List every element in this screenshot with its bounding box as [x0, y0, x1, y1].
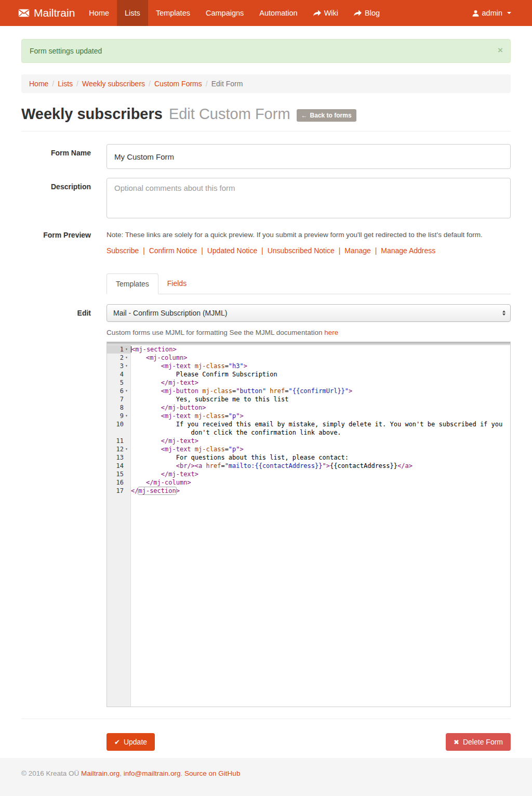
code-token — [131, 362, 161, 370]
breadcrumb-separator: / — [48, 80, 58, 88]
line-number-value: 5 — [120, 379, 124, 387]
code-line-content[interactable]: </mj-section> — [131, 487, 510, 495]
footer-plain-text: , — [119, 769, 124, 777]
code-token: "mailto:{{contactAddress}}" — [225, 462, 326, 469]
line-number-value: 8 — [120, 403, 124, 412]
template-select[interactable]: Mail - Confirm Subscription (MJML) — [107, 304, 511, 322]
code-token: </mj-column> — [146, 479, 191, 486]
preview-link-confirm-notice[interactable]: Confirm Notice — [149, 246, 197, 255]
line-number: 5 — [107, 379, 131, 387]
code-token: </ — [131, 487, 138, 494]
code-line-content[interactable]: </mj-text> — [131, 437, 510, 445]
nav-item-automation[interactable]: Automation — [251, 0, 305, 26]
page-footer: © 2016 Kreata OÜ Mailtrain.org, info@mai… — [0, 758, 532, 796]
line-number-value: 7 — [120, 395, 124, 403]
nav-item-label: Lists — [125, 9, 140, 17]
line-number-value: 17 — [116, 487, 124, 495]
form-preview-label: Form Preview — [21, 229, 91, 255]
preview-link-subscribe[interactable]: Subscribe — [107, 246, 139, 255]
line-number: 7 — [107, 395, 131, 403]
nav-item-label: Automation — [259, 9, 297, 17]
code-token: For questions about this list, please co… — [131, 454, 349, 461]
preview-link-unsubscribed-notice[interactable]: Unsubscribed Notice — [268, 246, 335, 255]
form-name-input[interactable] — [107, 144, 511, 169]
code-token: <br/> — [176, 462, 195, 469]
matched-tag-highlight: mj-section — [138, 487, 176, 494]
line-number: 16 — [107, 478, 131, 487]
breadcrumb-link-lists[interactable]: Lists — [58, 80, 73, 88]
code-token — [131, 379, 161, 386]
line-number: 11 — [107, 437, 131, 445]
code-line-content[interactable]: </mj-button> — [131, 403, 510, 412]
breadcrumb-link-custom-forms[interactable]: Custom Forms — [154, 80, 202, 88]
footer-link-mailtrain-org[interactable]: Mailtrain.org — [81, 769, 119, 777]
fold-arrow-icon[interactable]: ▾ — [124, 362, 129, 370]
code-line: 6▾ <mj-button mj-class="button" href="{{… — [107, 387, 510, 395]
footer-link-info-mailtrain-org[interactable]: info@mailtrain.org — [124, 769, 181, 777]
code-token: "button" — [236, 387, 266, 395]
breadcrumb-link-home[interactable]: Home — [29, 80, 48, 88]
code-line-content[interactable]: For questions about this list, please co… — [131, 453, 510, 462]
nav-item-campaigns[interactable]: Campaigns — [198, 0, 251, 26]
code-line-content[interactable]: Yes, subscribe me to this list — [131, 395, 510, 403]
tab-templates[interactable]: Templates — [107, 273, 158, 294]
description-textarea[interactable] — [107, 178, 511, 218]
nav-item-lists[interactable]: Lists — [117, 0, 148, 26]
code-editor[interactable]: 1▾<mj-section>2▾ <mj-column>3▾ <mj-text … — [107, 342, 511, 707]
tab-fields[interactable]: Fields — [158, 273, 195, 294]
code-line: 1▾<mj-section> — [107, 345, 510, 354]
nav-item-home[interactable]: Home — [81, 0, 117, 26]
code-line: 13 For questions about this list, please… — [107, 453, 510, 462]
breadcrumb-link-weekly-subscribers[interactable]: Weekly subscribers — [82, 80, 145, 88]
line-number: 2▾ — [107, 354, 131, 362]
fold-arrow-icon[interactable]: ▾ — [124, 412, 129, 420]
code-line: 14 <br/><a href="mailto:{{contactAddress… — [107, 462, 510, 470]
brand-name: Mailtrain — [34, 7, 75, 19]
code-line-content[interactable]: <mj-section> — [131, 345, 510, 354]
fold-arrow-icon[interactable]: ▾ — [124, 345, 129, 354]
code-line-content[interactable]: </mj-text> — [131, 470, 510, 478]
code-line-content[interactable]: If you received this email by mistake, s… — [131, 420, 510, 437]
line-number-value: 4 — [120, 370, 124, 379]
delete-form-button[interactable]: ✖ Delete Form — [446, 733, 511, 751]
footer-link-source-on-github[interactable]: Source on GitHub — [184, 769, 240, 777]
tab-bar: TemplatesFields — [107, 273, 511, 294]
code-line-content[interactable]: <br/><a href="mailto:{{contactAddress}}"… — [131, 462, 510, 470]
code-line-content[interactable]: Please Confirm Subscription — [131, 370, 510, 379]
line-number-value: 13 — [116, 453, 124, 462]
nav-item-wiki[interactable]: Wiki — [305, 0, 346, 26]
footer-plain-text: © 2016 Kreata OÜ — [21, 769, 81, 777]
description-row: Description — [21, 178, 511, 220]
update-button[interactable]: ✔ Update — [107, 733, 155, 751]
fold-arrow-icon[interactable]: ▾ — [124, 354, 129, 362]
nav-item-templates[interactable]: Templates — [148, 0, 198, 26]
code-line-content[interactable]: </mj-text> — [131, 379, 510, 387]
code-line-content[interactable]: <mj-column> — [131, 354, 510, 362]
nav-item-label: Templates — [156, 9, 190, 17]
code-line-content[interactable]: <mj-text mj-class="p"> — [131, 412, 510, 420]
preview-link-manage-address[interactable]: Manage Address — [381, 246, 435, 255]
mjml-doc-link[interactable]: here — [324, 329, 338, 336]
code-line-content[interactable]: </mj-column> — [131, 478, 510, 487]
code-token: </mj-text> — [161, 437, 198, 445]
line-number: 12▾ — [107, 445, 131, 453]
code-line-content[interactable]: <mj-text mj-class="p"> — [131, 445, 510, 453]
user-menu[interactable]: admin — [464, 0, 520, 26]
nav-item-blog[interactable]: Blog — [346, 0, 388, 26]
alert-text: Form settings updated — [30, 47, 102, 55]
preview-link-manage[interactable]: Manage — [344, 246, 371, 255]
check-icon: ✔ — [114, 738, 120, 746]
code-line-content[interactable]: <mj-text mj-class="h3"> — [131, 362, 510, 370]
brand-logo[interactable]: Mailtrain — [0, 0, 81, 26]
line-number-value: 9 — [120, 412, 124, 420]
fold-arrow-icon[interactable]: ▾ — [124, 445, 129, 453]
code-token: <mj-text — [161, 412, 191, 420]
back-to-forms-button[interactable]: ← Back to forms — [297, 109, 356, 122]
preview-link-updated-notice[interactable]: Updated Notice — [207, 246, 258, 255]
code-line-content[interactable]: <mj-button mj-class="button" href="{{con… — [131, 387, 510, 395]
close-icon[interactable]: × — [498, 45, 503, 56]
fold-arrow-icon[interactable]: ▾ — [124, 387, 129, 395]
user-icon — [472, 10, 479, 17]
line-number: 15 — [107, 470, 131, 478]
line-number: 1▾ — [107, 345, 131, 354]
